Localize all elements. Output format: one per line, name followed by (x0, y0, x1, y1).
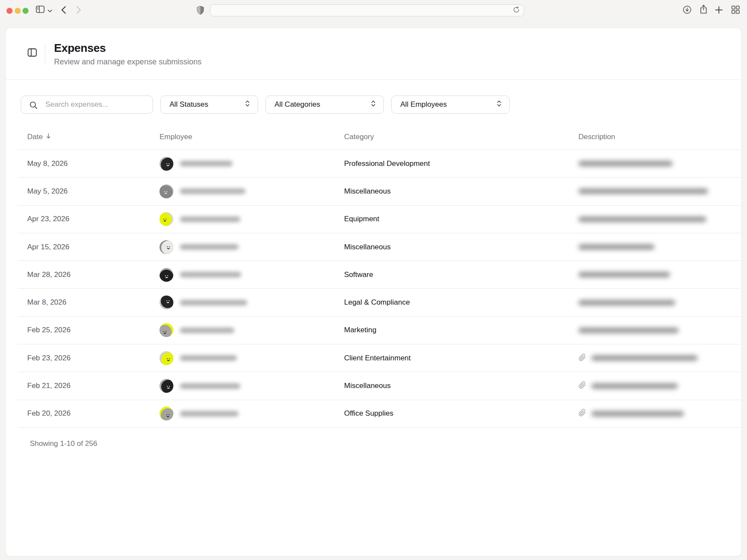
reload-icon[interactable] (513, 6, 520, 15)
avatar (160, 407, 173, 420)
cell-category: Legal & Compliance (344, 298, 578, 307)
status-filter-select[interactable]: All Statuses (160, 95, 258, 114)
cell-category: Miscellaneous (344, 243, 578, 251)
new-tab-icon (715, 6, 723, 15)
page-background: Expenses Review and manage expense submi… (0, 20, 747, 560)
description-redacted (578, 188, 708, 194)
avatar-face (161, 296, 173, 308)
cell-category: Software (344, 270, 578, 279)
cell-description (578, 353, 741, 363)
description-redacted (591, 355, 698, 361)
cell-description (578, 300, 741, 305)
description-redacted (591, 383, 678, 389)
window-minimize-button[interactable] (15, 8, 21, 14)
table-row: Feb 23, 2026 Client Entertainment (18, 344, 741, 372)
cell-employee (160, 407, 344, 420)
employee-filter-value: All Employees (400, 100, 447, 109)
cell-description (578, 188, 741, 194)
sidebar-icon (35, 4, 45, 16)
back-icon (61, 6, 66, 15)
filter-bar: All Statuses All Categories All Employee… (6, 80, 741, 114)
forward-icon (76, 6, 81, 15)
browser-back-button[interactable] (60, 6, 67, 15)
cell-date: Feb 20, 2026 (27, 409, 160, 418)
table-row: Feb 20, 2026 Office Supplies (18, 400, 741, 428)
table-row: Feb 25, 2026 Marketing (18, 317, 741, 344)
column-header-date[interactable]: Date (27, 133, 160, 141)
avatar (160, 212, 173, 226)
table-header: Date Employee Category Description (18, 125, 741, 150)
share-button[interactable] (698, 5, 709, 15)
category-filter-select[interactable]: All Categories (265, 95, 384, 114)
avatar-face (161, 408, 173, 420)
avatar-face (161, 353, 173, 365)
avatar (160, 351, 173, 365)
description-redacted (578, 244, 654, 250)
browser-toolbar (0, 0, 747, 20)
avatar-face (160, 185, 172, 198)
address-bar[interactable] (210, 4, 524, 16)
cell-date: Apr 23, 2026 (27, 215, 160, 223)
cell-category: Marketing (344, 326, 578, 334)
search-input[interactable] (21, 96, 153, 113)
employee-filter-select[interactable]: All Employees (391, 95, 510, 114)
new-tab-button[interactable] (714, 6, 724, 15)
browser-sidebar-button[interactable] (35, 5, 46, 15)
address-input[interactable] (214, 7, 513, 14)
column-header-category[interactable]: Category (344, 133, 578, 141)
cell-category: Office Supplies (344, 409, 578, 418)
cell-employee (160, 240, 344, 254)
search-box (21, 95, 153, 114)
column-label: Description (578, 133, 615, 141)
column-label: Date (27, 133, 43, 141)
avatar (160, 323, 173, 337)
attachment-icon (578, 353, 586, 363)
table-body: May 8, 2026 Professional Development May… (18, 150, 741, 428)
window-close-button[interactable] (6, 8, 13, 14)
table-row: May 8, 2026 Professional Development (18, 150, 741, 178)
sort-arrow-down-icon (46, 133, 51, 141)
cell-description (578, 272, 741, 277)
column-header-employee[interactable]: Employee (160, 133, 344, 141)
sidebar-menu-chevron[interactable] (47, 8, 53, 13)
window-zoom-button[interactable] (22, 8, 29, 14)
avatar-face (160, 270, 173, 282)
privacy-shield-icon[interactable] (195, 5, 205, 16)
table-row: Apr 15, 2026 Miscellaneous (18, 233, 741, 261)
table-row: Feb 21, 2026 Miscellaneous (18, 372, 741, 400)
description-redacted (591, 411, 684, 417)
description-redacted (578, 161, 673, 166)
cell-employee (160, 351, 344, 365)
pagination-summary: Showing 1-10 of 256 (30, 439, 741, 448)
cell-employee (160, 379, 344, 393)
cell-employee (160, 268, 344, 282)
avatar (160, 240, 173, 254)
cell-employee (160, 296, 344, 309)
browser-forward-button[interactable] (75, 6, 83, 15)
status-filter-value: All Statuses (169, 100, 208, 109)
employee-name-redacted (180, 272, 241, 277)
avatar-face (161, 380, 173, 393)
chevron-up-down-icon (496, 100, 502, 109)
chevron-up-down-icon (244, 100, 251, 109)
cell-employee (160, 323, 344, 337)
downloads-button[interactable] (682, 6, 692, 15)
cell-date: Feb 21, 2026 (27, 382, 160, 390)
app-sidebar-toggle-button[interactable] (27, 48, 37, 58)
table-row: Mar 28, 2026 Software (18, 261, 741, 289)
description-redacted (578, 328, 679, 333)
cell-description (578, 161, 741, 166)
tab-overview-button[interactable] (730, 6, 741, 15)
tab-overview-icon (731, 5, 740, 16)
download-icon (683, 5, 692, 16)
cell-description (578, 216, 741, 222)
column-header-description[interactable]: Description (578, 133, 741, 141)
description-redacted (578, 216, 706, 222)
employee-name-redacted (180, 328, 234, 333)
cell-employee (160, 157, 344, 171)
cell-date: Feb 25, 2026 (27, 326, 160, 334)
employee-name-redacted (180, 411, 239, 417)
employee-name-redacted (180, 355, 237, 361)
cell-date: May 5, 2026 (27, 187, 160, 196)
cell-category: Miscellaneous (344, 382, 578, 390)
